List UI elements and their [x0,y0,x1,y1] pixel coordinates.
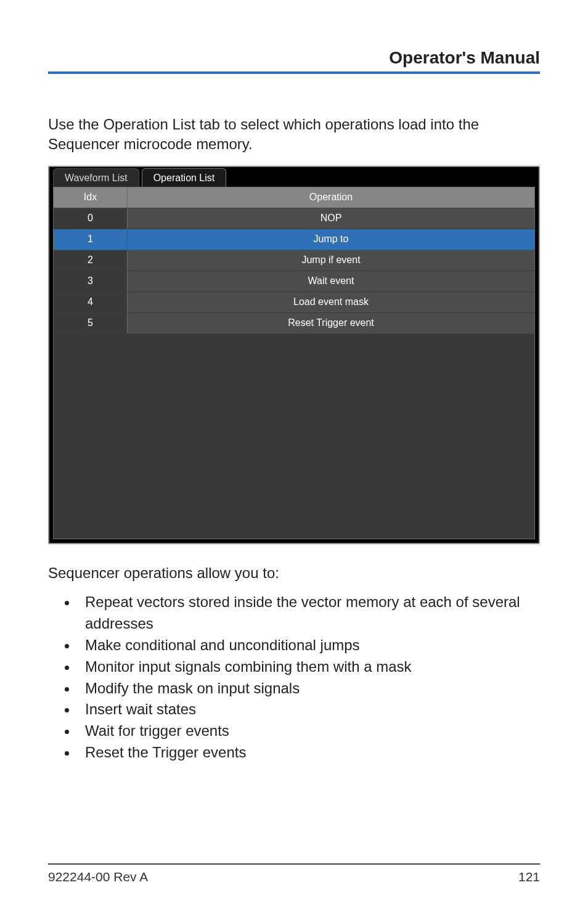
feature-bullet-list: Repeat vectors stored inside the vector … [78,592,540,763]
cell-operation: Jump if event [128,250,534,271]
footer-revision: 922244-00 Rev A [48,870,148,884]
page-footer: 922244-00 Rev A 121 [48,857,540,884]
after-intro: Sequencer operations allow you to: [48,563,540,584]
operation-list-panel: Waveform List Operation List Idx Operati… [48,166,540,544]
cell-idx: 2 [54,250,128,271]
list-item: Modify the mask on input signals [78,678,540,699]
table-row[interactable]: 0 NOP [54,208,534,229]
operation-table: Idx Operation 0 NOP 1 Jump to 2 Jump if … [53,187,535,539]
cell-operation: Reset Trigger event [128,313,534,333]
table-row[interactable]: 1 Jump to [54,229,534,250]
footer-rule [48,863,540,865]
list-item: Reset the Trigger events [78,742,540,764]
page-header: Operator's Manual [48,48,540,74]
table-row[interactable]: 2 Jump if event [54,250,534,271]
cell-idx: 3 [54,271,128,291]
table-row[interactable]: 3 Wait event [54,271,534,292]
cell-operation: NOP [128,208,534,229]
header-title: Operator's Manual [48,48,540,68]
cell-idx: 1 [54,229,128,250]
header-operation: Operation [128,187,534,208]
cell-operation: Wait event [128,271,534,291]
list-item: Make conditional and unconditional jumps [78,635,540,656]
tab-bar: Waveform List Operation List [49,167,539,187]
header-idx: Idx [54,187,128,208]
cell-operation: Jump to [128,229,534,250]
tab-operation-list[interactable]: Operation List [142,168,227,187]
list-item: Wait for trigger events [78,720,540,742]
header-rule [48,71,540,74]
footer-page-number: 121 [518,870,540,884]
cell-operation: Load event mask [128,292,534,312]
list-item: Repeat vectors stored inside the vector … [78,592,540,635]
table-header-row: Idx Operation [54,187,534,208]
table-row[interactable]: 4 Load event mask [54,292,534,313]
tab-waveform-list[interactable]: Waveform List [53,168,139,187]
cell-idx: 0 [54,208,128,229]
table-row[interactable]: 5 Reset Trigger event [54,313,534,334]
intro-paragraph: Use the Operation List tab to select whi… [48,115,540,155]
list-item: Monitor input signals combining them wit… [78,656,540,678]
cell-idx: 4 [54,292,128,312]
cell-idx: 5 [54,313,128,333]
list-item: Insert wait states [78,699,540,720]
